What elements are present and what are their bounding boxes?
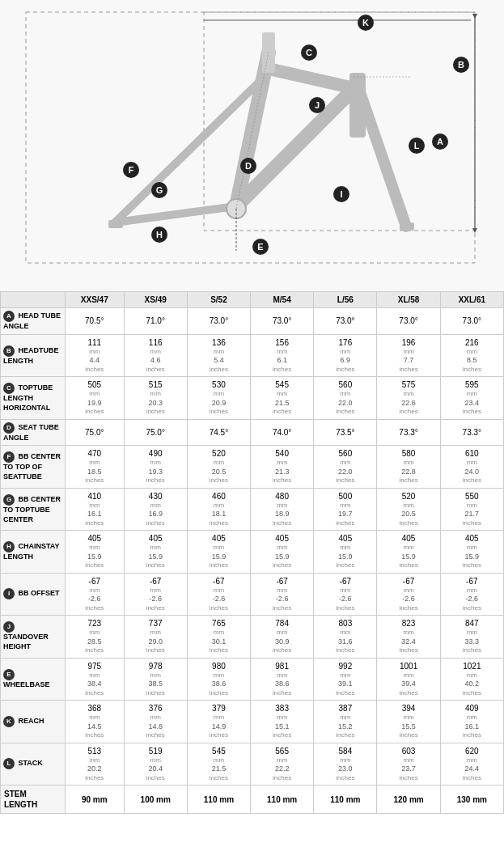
inch-value: 15.9 xyxy=(69,553,121,562)
inch-value: 16.9 xyxy=(128,510,184,519)
measurement-value: -67mm-2.6inches xyxy=(124,573,187,615)
mm-value: -67 xyxy=(317,576,373,587)
inch-value: -2.6 xyxy=(128,595,184,604)
inch-value: 15.9 xyxy=(444,553,500,562)
table-row: B HEADTUBE LENGTH111mm4.4inches116mm4.6i… xyxy=(1,334,504,376)
measurement-value: 1021mm40.2inches xyxy=(440,658,503,700)
mm-value: 980 xyxy=(191,661,247,671)
stem-value: 130 mm xyxy=(440,786,503,814)
letter-badge: A xyxy=(3,311,15,322)
inch-value: 30.1 xyxy=(191,637,247,647)
letter-badge: D xyxy=(3,422,15,434)
measurement-value: 560mm22.0inches xyxy=(314,377,377,419)
mm-value: 981 xyxy=(254,661,310,671)
row-label: J STANDOVER HEIGHT xyxy=(1,616,66,658)
letter-badge: E xyxy=(3,669,15,680)
mm-value: 116 xyxy=(128,337,184,348)
measurement-value: -67mm-2.6inches xyxy=(251,573,314,615)
svg-text:D: D xyxy=(245,161,252,171)
measurement-value: -67mm-2.6inches xyxy=(187,573,250,615)
mm-value: 545 xyxy=(191,746,247,756)
table-row: I BB OFFSET-67mm-2.6inches-67mm-2.6inche… xyxy=(1,573,504,615)
measurement-value: 575mm22.6inches xyxy=(377,377,440,419)
mm-value: 379 xyxy=(191,703,247,714)
angle-value: 74.5° xyxy=(187,419,250,446)
svg-text:I: I xyxy=(340,189,342,199)
mm-value: 584 xyxy=(317,746,373,756)
mm-value: 560 xyxy=(317,448,373,459)
measurement-value: 978mm38.5inches xyxy=(124,658,187,700)
mm-value: 565 xyxy=(254,746,310,756)
measurement-value: 603mm23.7inches xyxy=(377,743,440,785)
inch-value: -2.6 xyxy=(191,595,247,604)
mm-value: 520 xyxy=(380,491,436,502)
inch-value: 23.4 xyxy=(444,399,500,409)
measurement-value: 765mm30.1inches xyxy=(187,616,250,658)
inch-value: 24.4 xyxy=(444,764,500,774)
mm-value: 603 xyxy=(380,746,436,756)
measurement-value: 383mm15.1inches xyxy=(251,701,314,743)
mm-value: 765 xyxy=(191,618,247,629)
inch-value: 15.9 xyxy=(317,553,373,562)
measurement-value: 847mm33.3inches xyxy=(440,616,503,658)
measurement-value: 620mm24.4inches xyxy=(440,743,503,785)
letter-badge: L xyxy=(3,758,15,769)
measurement-value: 405mm15.9inches xyxy=(251,531,314,573)
mm-value: 545 xyxy=(254,379,310,390)
measurement-value: 784mm30.9inches xyxy=(251,616,314,658)
measurement-value: 580mm22.8inches xyxy=(377,446,440,488)
mm-value: 368 xyxy=(69,703,121,714)
inch-value: 5.4 xyxy=(191,356,247,366)
inch-value: 39.1 xyxy=(317,680,373,689)
measurement-value: 490mm19.3inches xyxy=(124,446,187,488)
svg-text:E: E xyxy=(257,242,263,252)
mm-value: 513 xyxy=(69,746,121,756)
inch-value: 28.5 xyxy=(69,637,121,647)
mm-value: -67 xyxy=(254,576,310,587)
mm-value: 620 xyxy=(444,746,500,756)
measurement-value: 520mm20.5inches xyxy=(187,446,250,488)
inch-value: 8.5 xyxy=(444,356,500,366)
measurement-value: 500mm19.7inches xyxy=(314,488,377,530)
stem-value: 110 mm xyxy=(187,786,250,814)
inch-value: 15.9 xyxy=(254,553,310,562)
measurement-value: 975mm38.4inches xyxy=(66,658,125,700)
measurement-value: 803mm31.6inches xyxy=(314,616,377,658)
letter-badge: H xyxy=(3,541,15,553)
measurement-value: 480mm18.9inches xyxy=(251,488,314,530)
mm-value: 1021 xyxy=(444,661,500,671)
mm-value: 610 xyxy=(444,448,500,459)
stem-label: STEM LENGTH xyxy=(1,786,66,814)
inch-value: 23.7 xyxy=(380,764,436,774)
mm-value: 136 xyxy=(191,337,247,348)
inch-value: 24.0 xyxy=(444,468,500,477)
inch-value: 7.7 xyxy=(380,356,436,366)
svg-text:G: G xyxy=(155,185,163,195)
inch-value: 19.7 xyxy=(317,510,373,519)
measurement-value: 409mm16.1inches xyxy=(440,701,503,743)
angle-value: 73.0° xyxy=(187,308,250,335)
inch-value: 40.2 xyxy=(444,680,500,689)
svg-text:L: L xyxy=(413,141,419,150)
mm-value: 520 xyxy=(191,448,247,459)
letter-badge: G xyxy=(3,494,15,506)
inch-value: 21.3 xyxy=(254,468,310,477)
svg-text:C: C xyxy=(306,48,312,57)
size-header: XL/58 xyxy=(377,292,440,308)
row-label: F BB CENTER TO TOP OF SEATTUBE xyxy=(1,446,66,488)
stem-row: STEM LENGTH90 mm100 mm110 mm110 mm110 mm… xyxy=(1,786,504,814)
letter-badge: K xyxy=(3,716,15,727)
angle-value: 73.0° xyxy=(251,308,314,335)
inch-value: 15.1 xyxy=(254,722,310,732)
mm-value: 580 xyxy=(380,448,436,459)
mm-value: 196 xyxy=(380,337,436,348)
inch-value: 6.1 xyxy=(254,356,310,366)
size-header: XXS/47 xyxy=(66,292,125,308)
row-label: H CHAINSTAY LENGTH xyxy=(1,531,66,573)
inch-value: 32.4 xyxy=(380,637,436,647)
inch-value: -2.6 xyxy=(317,595,373,604)
angle-value: 73.5° xyxy=(314,419,377,446)
table-row: L STACK513mm20.2inches519mm20.4inches545… xyxy=(1,743,504,785)
mm-value: 847 xyxy=(444,618,500,629)
measurement-value: 216mm8.5inches xyxy=(440,334,503,376)
